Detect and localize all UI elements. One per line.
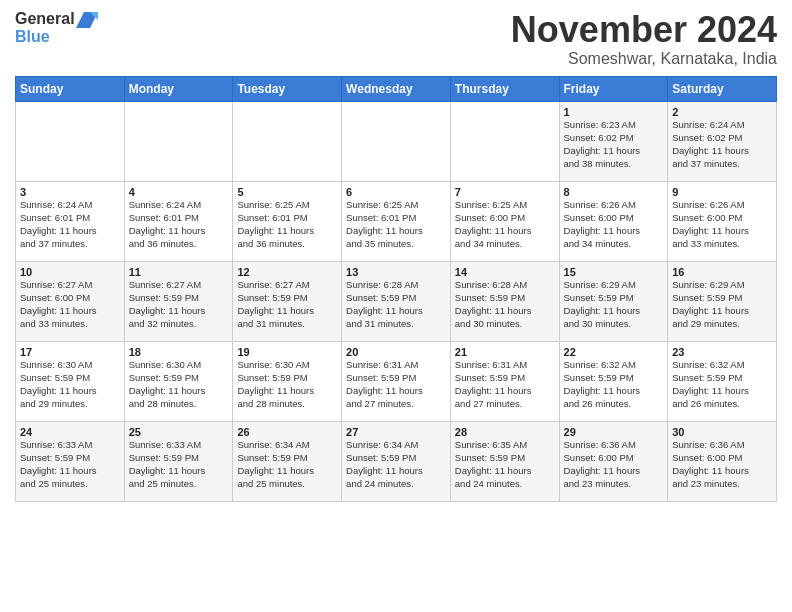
day-number: 30 <box>672 425 772 440</box>
calendar-cell: 3Sunrise: 6:24 AMSunset: 6:01 PMDaylight… <box>16 181 125 261</box>
week-row-4: 17Sunrise: 6:30 AMSunset: 5:59 PMDayligh… <box>16 341 777 421</box>
calendar-cell: 29Sunrise: 6:36 AMSunset: 6:00 PMDayligh… <box>559 421 668 501</box>
day-number: 8 <box>564 185 664 200</box>
day-number: 27 <box>346 425 446 440</box>
calendar-cell: 1Sunrise: 6:23 AMSunset: 6:02 PMDaylight… <box>559 101 668 181</box>
weekday-header-monday: Monday <box>124 76 233 101</box>
day-number: 14 <box>455 265 555 280</box>
day-number: 23 <box>672 345 772 360</box>
weekday-header-friday: Friday <box>559 76 668 101</box>
calendar-cell: 9Sunrise: 6:26 AMSunset: 6:00 PMDaylight… <box>668 181 777 261</box>
day-number: 5 <box>237 185 337 200</box>
calendar-cell <box>450 101 559 181</box>
day-number: 24 <box>20 425 120 440</box>
day-info: Sunrise: 6:32 AMSunset: 5:59 PMDaylight:… <box>672 359 772 410</box>
day-info: Sunrise: 6:35 AMSunset: 5:59 PMDaylight:… <box>455 439 555 490</box>
day-number: 17 <box>20 345 120 360</box>
calendar-cell: 15Sunrise: 6:29 AMSunset: 5:59 PMDayligh… <box>559 261 668 341</box>
day-info: Sunrise: 6:36 AMSunset: 6:00 PMDaylight:… <box>564 439 664 490</box>
day-info: Sunrise: 6:25 AMSunset: 6:01 PMDaylight:… <box>237 199 337 250</box>
day-info: Sunrise: 6:27 AMSunset: 6:00 PMDaylight:… <box>20 279 120 330</box>
calendar-cell <box>124 101 233 181</box>
calendar-cell <box>342 101 451 181</box>
calendar-cell: 5Sunrise: 6:25 AMSunset: 6:01 PMDaylight… <box>233 181 342 261</box>
day-info: Sunrise: 6:30 AMSunset: 5:59 PMDaylight:… <box>237 359 337 410</box>
calendar-cell: 23Sunrise: 6:32 AMSunset: 5:59 PMDayligh… <box>668 341 777 421</box>
day-number: 22 <box>564 345 664 360</box>
day-number: 11 <box>129 265 229 280</box>
day-number: 19 <box>237 345 337 360</box>
day-info: Sunrise: 6:29 AMSunset: 5:59 PMDaylight:… <box>672 279 772 330</box>
calendar-cell: 26Sunrise: 6:34 AMSunset: 5:59 PMDayligh… <box>233 421 342 501</box>
calendar-cell: 4Sunrise: 6:24 AMSunset: 6:01 PMDaylight… <box>124 181 233 261</box>
day-number: 21 <box>455 345 555 360</box>
calendar-cell: 27Sunrise: 6:34 AMSunset: 5:59 PMDayligh… <box>342 421 451 501</box>
day-info: Sunrise: 6:26 AMSunset: 6:00 PMDaylight:… <box>672 199 772 250</box>
calendar-cell: 6Sunrise: 6:25 AMSunset: 6:01 PMDaylight… <box>342 181 451 261</box>
day-number: 9 <box>672 185 772 200</box>
calendar-cell: 8Sunrise: 6:26 AMSunset: 6:00 PMDaylight… <box>559 181 668 261</box>
calendar-cell: 10Sunrise: 6:27 AMSunset: 6:00 PMDayligh… <box>16 261 125 341</box>
day-info: Sunrise: 6:28 AMSunset: 5:59 PMDaylight:… <box>346 279 446 330</box>
calendar-cell: 19Sunrise: 6:30 AMSunset: 5:59 PMDayligh… <box>233 341 342 421</box>
calendar-cell: 14Sunrise: 6:28 AMSunset: 5:59 PMDayligh… <box>450 261 559 341</box>
calendar-cell: 22Sunrise: 6:32 AMSunset: 5:59 PMDayligh… <box>559 341 668 421</box>
day-info: Sunrise: 6:24 AMSunset: 6:01 PMDaylight:… <box>129 199 229 250</box>
day-number: 29 <box>564 425 664 440</box>
calendar-cell: 7Sunrise: 6:25 AMSunset: 6:00 PMDaylight… <box>450 181 559 261</box>
day-info: Sunrise: 6:30 AMSunset: 5:59 PMDaylight:… <box>20 359 120 410</box>
day-number: 2 <box>672 105 772 120</box>
day-info: Sunrise: 6:30 AMSunset: 5:59 PMDaylight:… <box>129 359 229 410</box>
calendar-cell: 12Sunrise: 6:27 AMSunset: 5:59 PMDayligh… <box>233 261 342 341</box>
calendar-cell: 28Sunrise: 6:35 AMSunset: 5:59 PMDayligh… <box>450 421 559 501</box>
day-number: 3 <box>20 185 120 200</box>
day-info: Sunrise: 6:34 AMSunset: 5:59 PMDaylight:… <box>346 439 446 490</box>
week-row-5: 24Sunrise: 6:33 AMSunset: 5:59 PMDayligh… <box>16 421 777 501</box>
calendar-table: SundayMondayTuesdayWednesdayThursdayFrid… <box>15 76 777 502</box>
calendar-cell: 17Sunrise: 6:30 AMSunset: 5:59 PMDayligh… <box>16 341 125 421</box>
weekday-header-thursday: Thursday <box>450 76 559 101</box>
weekday-header-sunday: Sunday <box>16 76 125 101</box>
day-info: Sunrise: 6:24 AMSunset: 6:02 PMDaylight:… <box>672 119 772 170</box>
day-number: 6 <box>346 185 446 200</box>
header: General Blue November 2024 Someshwar, Ka… <box>15 10 777 68</box>
day-info: Sunrise: 6:27 AMSunset: 5:59 PMDaylight:… <box>129 279 229 330</box>
week-row-3: 10Sunrise: 6:27 AMSunset: 6:00 PMDayligh… <box>16 261 777 341</box>
day-info: Sunrise: 6:32 AMSunset: 5:59 PMDaylight:… <box>564 359 664 410</box>
day-number: 1 <box>564 105 664 120</box>
week-row-1: 1Sunrise: 6:23 AMSunset: 6:02 PMDaylight… <box>16 101 777 181</box>
day-info: Sunrise: 6:26 AMSunset: 6:00 PMDaylight:… <box>564 199 664 250</box>
day-info: Sunrise: 6:25 AMSunset: 6:00 PMDaylight:… <box>455 199 555 250</box>
calendar-cell: 11Sunrise: 6:27 AMSunset: 5:59 PMDayligh… <box>124 261 233 341</box>
day-number: 16 <box>672 265 772 280</box>
day-number: 10 <box>20 265 120 280</box>
day-number: 26 <box>237 425 337 440</box>
day-info: Sunrise: 6:33 AMSunset: 5:59 PMDaylight:… <box>20 439 120 490</box>
calendar-cell: 13Sunrise: 6:28 AMSunset: 5:59 PMDayligh… <box>342 261 451 341</box>
day-info: Sunrise: 6:36 AMSunset: 6:00 PMDaylight:… <box>672 439 772 490</box>
day-number: 20 <box>346 345 446 360</box>
calendar-cell: 24Sunrise: 6:33 AMSunset: 5:59 PMDayligh… <box>16 421 125 501</box>
day-number: 13 <box>346 265 446 280</box>
logo-blue-text: Blue <box>15 28 50 45</box>
day-number: 4 <box>129 185 229 200</box>
weekday-header-tuesday: Tuesday <box>233 76 342 101</box>
page-container: General Blue November 2024 Someshwar, Ka… <box>0 0 792 512</box>
day-info: Sunrise: 6:29 AMSunset: 5:59 PMDaylight:… <box>564 279 664 330</box>
month-title: November 2024 <box>511 10 777 50</box>
calendar-cell: 30Sunrise: 6:36 AMSunset: 6:00 PMDayligh… <box>668 421 777 501</box>
day-info: Sunrise: 6:31 AMSunset: 5:59 PMDaylight:… <box>455 359 555 410</box>
logo: General Blue <box>15 10 99 46</box>
weekday-header-wednesday: Wednesday <box>342 76 451 101</box>
day-number: 18 <box>129 345 229 360</box>
logo-general-text: General <box>15 10 75 28</box>
calendar-cell: 18Sunrise: 6:30 AMSunset: 5:59 PMDayligh… <box>124 341 233 421</box>
day-number: 15 <box>564 265 664 280</box>
day-info: Sunrise: 6:23 AMSunset: 6:02 PMDaylight:… <box>564 119 664 170</box>
week-row-2: 3Sunrise: 6:24 AMSunset: 6:01 PMDaylight… <box>16 181 777 261</box>
day-info: Sunrise: 6:25 AMSunset: 6:01 PMDaylight:… <box>346 199 446 250</box>
day-info: Sunrise: 6:34 AMSunset: 5:59 PMDaylight:… <box>237 439 337 490</box>
day-number: 25 <box>129 425 229 440</box>
day-info: Sunrise: 6:24 AMSunset: 6:01 PMDaylight:… <box>20 199 120 250</box>
weekday-header-saturday: Saturday <box>668 76 777 101</box>
